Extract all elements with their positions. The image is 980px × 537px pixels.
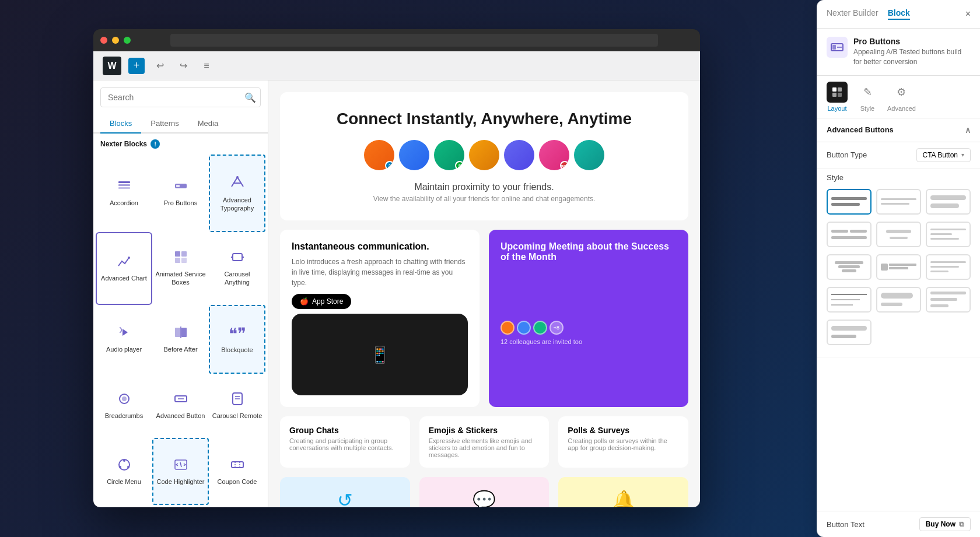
list-view-button[interactable]: ≡ <box>198 58 215 74</box>
close-window-button[interactable] <box>100 37 107 44</box>
chat-icon: 💬 <box>473 489 496 507</box>
style-option-5[interactable] <box>876 222 921 247</box>
block-name: Pro Buttons <box>853 37 971 46</box>
block-item-blockquote[interactable]: ❝❞ Blockquote <box>209 305 265 374</box>
block-label-blockquote: Blockquote <box>221 346 253 354</box>
block-item-carousel-remote[interactable]: Carousel Remote <box>209 374 265 438</box>
advanced-chart-icon <box>117 254 131 272</box>
tab-nexter-builder[interactable]: Nexter Builder <box>827 8 878 20</box>
block-item-breadcrumbs[interactable]: Breadcrumbs <box>96 374 152 438</box>
advanced-button-icon <box>174 392 188 409</box>
block-item-carousel-anything[interactable]: Carousel Anything <box>209 232 265 305</box>
style-option-7[interactable] <box>827 254 872 280</box>
tab-media[interactable]: Media <box>188 114 228 134</box>
tab-style[interactable]: ✎ Style <box>857 82 878 112</box>
upcoming-meeting-title: Upcoming Meeting about the Success of th… <box>501 241 677 262</box>
block-item-code-highlighter[interactable]: Code Highlighter <box>152 438 209 505</box>
participant-avatar-3 <box>533 321 547 335</box>
panel-icon-tabs: Layout ✎ Style ⚙ Advanced <box>817 76 980 118</box>
pro-buttons-icon <box>174 179 188 196</box>
svg-rect-40 <box>838 93 842 97</box>
avatar-5 <box>504 140 534 170</box>
sync-icon: ↺ <box>337 489 353 507</box>
main-area: 🔍 Blocks Patterns Media Nexter Blocks ! <box>93 80 700 507</box>
block-item-advanced-button[interactable]: Advanced Button <box>152 374 209 438</box>
svg-point-28 <box>119 466 121 468</box>
search-box: 🔍 <box>100 87 261 107</box>
features-grid: Instantaneous communication. Lolo introd… <box>280 230 688 407</box>
block-item-before-after[interactable]: Before After <box>152 305 209 374</box>
style-option-9[interactable] <box>926 254 971 280</box>
blockquote-icon: ❝❞ <box>229 324 246 343</box>
bottom-cards: ↺ 💬 🔔 <box>280 477 688 507</box>
search-input[interactable] <box>100 87 261 107</box>
svg-point-27 <box>127 466 130 468</box>
block-item-accordion[interactable]: Accordion <box>96 155 152 232</box>
block-sidebar: 🔍 Blocks Patterns Media Nexter Blocks ! <box>93 80 268 507</box>
tab-patterns[interactable]: Patterns <box>141 114 188 134</box>
style-option-13[interactable] <box>827 320 872 345</box>
add-block-button[interactable]: + <box>128 58 145 74</box>
style-option-6[interactable] <box>926 222 971 247</box>
avatar-3: 5 <box>434 140 464 170</box>
style-option-12[interactable] <box>926 287 971 313</box>
proximity-desc: View the availability of all your friend… <box>298 195 671 203</box>
circle-menu-icon <box>117 458 131 475</box>
block-label-coupon-code: Coupon Code <box>218 478 257 486</box>
block-item-pro-buttons[interactable]: Pro Buttons <box>152 155 209 232</box>
feature-card-instant-comm: Instantaneous communication. Lolo introd… <box>280 230 480 407</box>
carousel-remote-icon <box>230 392 244 409</box>
button-type-select[interactable]: CTA Button ▾ <box>916 148 971 162</box>
svg-point-7 <box>128 257 130 259</box>
advanced-buttons-section: Advanced Buttons ∧ <box>817 118 980 142</box>
avatar-1: 2 <box>364 140 394 170</box>
group-chats-desc: Creating and participating in group conv… <box>289 437 401 451</box>
style-option-8[interactable] <box>876 254 921 280</box>
svg-rect-1 <box>118 184 130 186</box>
tab-blocks[interactable]: Blocks <box>100 114 141 134</box>
undo-button[interactable]: ↩ <box>152 58 168 74</box>
style-option-4[interactable] <box>827 222 872 247</box>
copy-icon: ⧉ <box>959 520 964 528</box>
svg-rect-0 <box>118 181 130 183</box>
block-info-text: Pro Buttons Appealing A/B Tested buttons… <box>853 37 971 67</box>
search-icon[interactable]: 🔍 <box>244 92 256 103</box>
style-option-1[interactable] <box>827 189 872 215</box>
maximize-window-button[interactable] <box>124 37 131 44</box>
style-option-2[interactable] <box>876 189 921 215</box>
bottom-card-3: 🔔 <box>558 477 688 507</box>
style-option-11[interactable] <box>876 287 921 313</box>
button-text-value[interactable]: Buy Now ⧉ <box>919 517 971 531</box>
style-option-3[interactable] <box>926 189 971 215</box>
block-item-animated-service-boxes[interactable]: Animated Service Boxes <box>152 232 209 305</box>
style-section-label: Style <box>817 169 980 184</box>
block-item-audio-player[interactable]: Audio player <box>96 305 152 374</box>
upcoming-meeting-desc: 12 colleagues are invited too <box>501 337 677 347</box>
avatar-3-badge: 5 <box>455 161 464 170</box>
style-option-10[interactable] <box>827 287 872 313</box>
minimize-window-button[interactable] <box>112 37 119 44</box>
block-label-advanced-typography: Advanced Typography <box>212 196 262 213</box>
sidebar-tabs: Blocks Patterns Media <box>93 114 268 134</box>
code-highlighter-icon <box>174 458 188 475</box>
feature-group-chats: Group Chats Creating and participating i… <box>280 416 410 468</box>
close-panel-button[interactable]: × <box>965 9 971 19</box>
block-item-advanced-typography[interactable]: Advanced Typography <box>209 155 265 232</box>
block-info: Pro Buttons Appealing A/B Tested buttons… <box>817 29 980 76</box>
svg-rect-38 <box>838 87 842 92</box>
style-row-2 <box>827 222 971 247</box>
style-row-5 <box>827 320 971 345</box>
block-item-circle-menu[interactable]: Circle Menu <box>96 438 152 505</box>
tab-layout[interactable]: Layout <box>827 82 848 112</box>
participant-avatar-2 <box>517 321 531 335</box>
tab-block[interactable]: Block <box>888 8 910 20</box>
tab-advanced[interactable]: ⚙ Advanced <box>887 82 916 112</box>
svg-rect-37 <box>832 87 836 92</box>
block-item-coupon-code[interactable]: Coupon Code <box>209 438 265 505</box>
block-item-advanced-chart[interactable]: Advanced Chart <box>96 232 152 305</box>
redo-button[interactable]: ↪ <box>175 58 191 74</box>
section-collapse-icon[interactable]: ∧ <box>965 125 971 135</box>
style-options-grid <box>817 184 980 357</box>
before-after-icon <box>174 325 188 343</box>
url-bar[interactable] <box>170 34 658 47</box>
